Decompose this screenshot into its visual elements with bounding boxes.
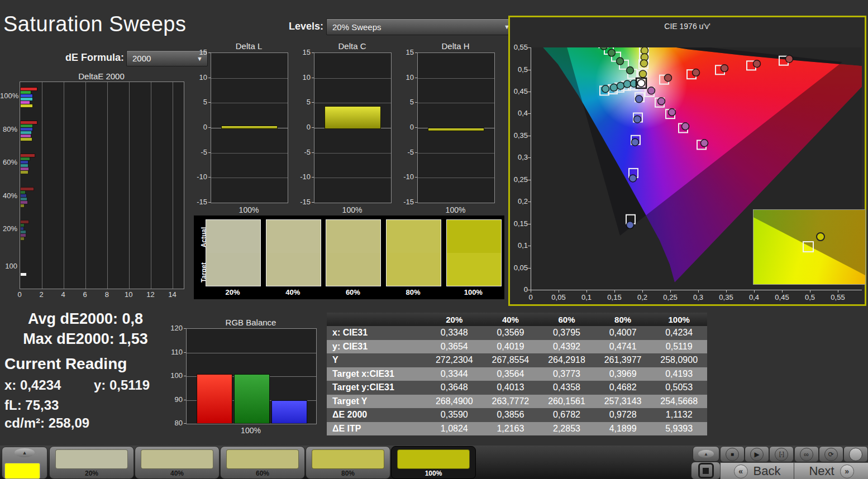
- inset-measured-marker: [816, 232, 825, 241]
- arrow-up-icon: ▲: [698, 450, 714, 458]
- stop-button[interactable]: ■: [720, 446, 745, 462]
- swatch-actual: [447, 220, 501, 253]
- saturation-button-40%[interactable]: 40%: [135, 446, 220, 479]
- saturation-chip: [141, 449, 213, 469]
- cie-measured-point: [693, 69, 700, 76]
- swatch-pair: [266, 219, 321, 286]
- lch-bar: [428, 128, 484, 131]
- page-title: Saturation Sweeps: [3, 12, 186, 36]
- axis-tick: [312, 152, 314, 153]
- swatch-target: [387, 253, 441, 286]
- record-button[interactable]: [843, 446, 868, 462]
- next-button-label: Next: [809, 464, 834, 478]
- next-button[interactable]: Next »: [794, 462, 868, 479]
- x-tick-label: 12: [144, 290, 157, 299]
- y-tick-label: -5: [398, 148, 414, 156]
- stop-large-button[interactable]: [691, 462, 721, 479]
- lch-x-label: 100%: [417, 205, 494, 214]
- refresh-button[interactable]: ⟳: [819, 446, 843, 462]
- infinity-button[interactable]: ∞: [794, 446, 819, 462]
- cie-measured-point: [627, 67, 634, 74]
- cie-measured-point: [701, 140, 708, 147]
- stop-icon: [698, 463, 714, 478]
- reading-x: x: 0,4234: [4, 377, 61, 393]
- saturation-button-100%[interactable]: 100%: [391, 446, 476, 479]
- axis-tick: [312, 52, 314, 53]
- cie-x-tick: 0,3: [688, 293, 708, 301]
- cie-x-tick: 0,35: [716, 293, 736, 301]
- gridline: [314, 103, 391, 103]
- panel-up-button[interactable]: ▲: [693, 446, 719, 462]
- table-row-label: y: CIE31: [327, 342, 426, 352]
- y-tick-label: 100: [166, 371, 183, 380]
- axis-tick: [614, 290, 615, 293]
- cie-y-tick: 0,1: [511, 241, 528, 250]
- gridline: [187, 353, 316, 353]
- swatch-pair: [206, 219, 261, 286]
- x-tick-label: 2: [35, 290, 48, 299]
- cie-y-tick: 0,25: [511, 175, 528, 184]
- measurement-table: 20%40%60%80%100%x: CIE310,33480,35690,37…: [327, 313, 707, 435]
- swatch-compare-panel: Actual Target 20%40%60%80%100%: [194, 215, 504, 299]
- swatch-caption: 80%: [386, 288, 440, 296]
- axis-tick: [184, 400, 186, 400]
- swatch-actual: [387, 220, 441, 253]
- cie-measured-point: [640, 70, 647, 78]
- table-cell: 0,4007: [595, 328, 651, 338]
- saturation-button-60%[interactable]: 60%: [220, 446, 305, 479]
- cie-measured-point: [641, 60, 648, 67]
- levels-dropdown[interactable]: 20% Sweeps ▼: [326, 18, 515, 35]
- saturation-chip: [312, 449, 384, 469]
- y-tick-label: 15: [192, 48, 207, 56]
- cie-title: CIE 1976 u'v': [510, 22, 865, 31]
- rgb-bar-blue: [271, 400, 307, 424]
- cie-measured-point: [624, 80, 631, 88]
- lch-bar: [221, 126, 278, 129]
- axis-tick: [528, 268, 531, 269]
- axis-tick: [184, 423, 186, 424]
- axis-tick: [184, 376, 186, 376]
- axis-tick: [528, 70, 531, 70]
- swatch-actual: [266, 220, 321, 253]
- table-row-label: ΔE 2000: [327, 410, 426, 420]
- swatch-caption: 20%: [206, 288, 260, 296]
- back-button[interactable]: « Back: [720, 462, 794, 479]
- cie-y-tick: 0,55: [511, 43, 528, 51]
- cie-white-measured: [638, 79, 645, 87]
- swatch-caption: 100%: [446, 288, 500, 296]
- axis-tick: [559, 290, 559, 293]
- y-tick-label: 5: [295, 98, 311, 106]
- saturation-button-20%[interactable]: 20%: [49, 446, 134, 479]
- deltae-bar: [20, 170, 28, 174]
- scroll-up-icon[interactable]: ▲: [15, 448, 35, 457]
- saturation-button-80%[interactable]: 80%: [306, 446, 390, 479]
- table-cell: 1,1132: [651, 410, 707, 420]
- loop-button[interactable]: [-]: [769, 446, 794, 462]
- group-label: 80%: [0, 125, 17, 133]
- lch-plot: [417, 52, 495, 203]
- table-cell: 267,8554: [483, 355, 539, 365]
- table-cell: 0,3564: [483, 369, 539, 379]
- de-formula-label: dE Formula:: [54, 52, 124, 64]
- saturation-button-label: 40%: [135, 470, 219, 477]
- cie-y-tick: 0,3: [511, 153, 528, 161]
- cie-y-tick: 0,45: [511, 87, 528, 95]
- table-cell: 257,3143: [595, 396, 651, 406]
- axis-tick: [208, 102, 211, 103]
- lch-bar: [325, 106, 381, 129]
- play-button[interactable]: ▶: [745, 446, 769, 462]
- axis-tick: [528, 113, 531, 114]
- table-cell: 0,3569: [483, 328, 539, 338]
- palette-button[interactable]: ▲: [2, 447, 47, 479]
- swatch-caption: 40%: [266, 288, 320, 296]
- cie-y-tick: 0,35: [511, 131, 528, 140]
- delta-lch-charts: Delta L151050-5-10-15100%Delta C151050-5…: [193, 39, 505, 223]
- cie-diagram-panel[interactable]: CIE 1976 u'v' 00,050,10,150,20,250,30,35…: [508, 16, 866, 306]
- table-cell: 0,3969: [595, 369, 651, 379]
- avg-de2000: Avg dE2000: 0,8: [0, 310, 171, 328]
- axis-tick: [208, 78, 211, 78]
- x-tick-label: 8: [100, 290, 113, 299]
- table-cell: 0,4193: [651, 369, 707, 379]
- reading-fl: fL: 75,33: [4, 397, 59, 413]
- table-row: Target x:CIE310,33440,35640,37730,39690,…: [327, 367, 707, 381]
